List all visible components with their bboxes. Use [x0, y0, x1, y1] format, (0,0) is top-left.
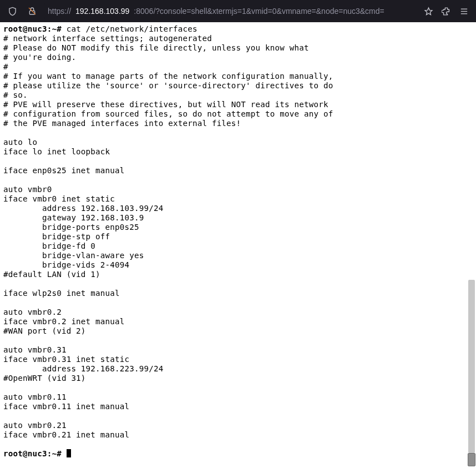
bookmark-star-icon[interactable]	[421, 3, 436, 19]
terminal[interactable]: root@nuc3:~# cat /etc/network/interfaces…	[0, 22, 476, 468]
toolbar-right	[421, 3, 472, 19]
url-path: :8006/?console=shell&xtermjs=1&vmid=0&vm…	[134, 7, 384, 16]
extensions-icon[interactable]	[438, 3, 454, 19]
terminal-output: # network interface settings; autogenera…	[3, 34, 333, 439]
prompt-user: root@nuc3	[3, 24, 47, 33]
command-text: cat /etc/network/interfaces	[67, 24, 198, 33]
prompt-suffix-2: :~#	[47, 449, 67, 458]
browser-toolbar: https://192.168.103.99:8006/?console=she…	[0, 0, 476, 22]
scrollbar-track[interactable]	[468, 280, 475, 453]
prompt-suffix: :~#	[47, 24, 67, 33]
scrollbar-thumb[interactable]	[468, 453, 475, 466]
lock-icon[interactable]	[24, 3, 40, 19]
url-protocol: https://	[48, 7, 71, 16]
shield-icon[interactable]	[4, 3, 20, 19]
terminal-cursor	[67, 449, 71, 457]
terminal-viewport: root@nuc3:~# cat /etc/network/interfaces…	[0, 22, 476, 468]
svg-marker-2	[425, 8, 432, 14]
address-bar[interactable]: https://192.168.103.99:8006/?console=she…	[44, 3, 416, 19]
hamburger-menu-icon[interactable]	[456, 3, 472, 19]
prompt-user-2: root@nuc3	[3, 449, 47, 458]
url-host: 192.168.103.99	[75, 7, 129, 16]
